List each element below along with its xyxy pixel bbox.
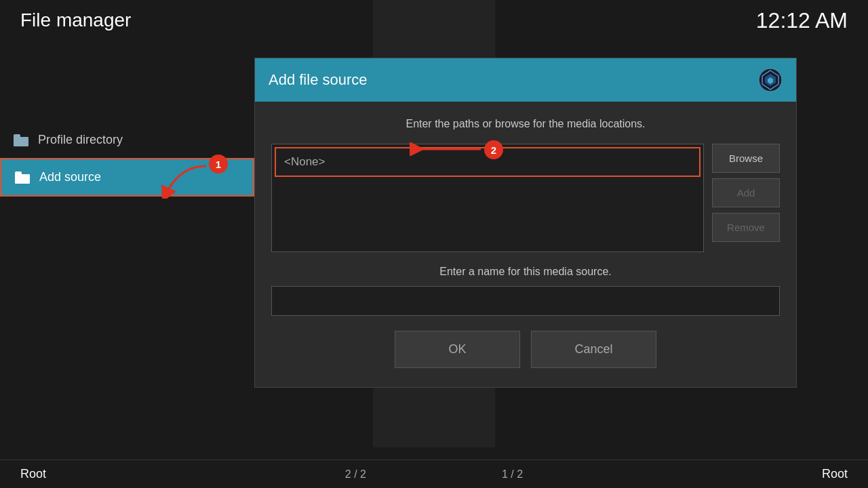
modal-instruction-paths: Enter the paths or browse for the media … [271,118,780,130]
sidebar-item-label: Add source [39,170,101,184]
folder-icon [15,171,30,184]
modal-instruction-name: Enter a name for this media source. [271,266,780,278]
footer: Root 2 / 2 1 / 2 Root [0,460,868,488]
source-name-input[interactable] [271,286,780,316]
app-title: File manager [20,9,131,31]
step-badge-2: 2 [484,140,503,159]
sidebar-item-profile-directory[interactable]: Profile directory [0,122,254,158]
ok-button[interactable]: OK [395,331,520,368]
kodi-logo [758,68,783,92]
add-button[interactable]: Add [712,178,780,207]
header: File manager 12:12 AM [0,0,868,41]
footer-right: Root [822,467,848,481]
footer-count-right: 1 / 2 [502,468,523,481]
sidebar-item-label: Profile directory [38,133,123,147]
modal-title: Add file source [269,71,368,89]
folder-icon [14,134,28,146]
footer-center: 2 / 2 1 / 2 [345,468,523,481]
step-badge-1: 1 [209,155,228,174]
footer-count-left: 2 / 2 [345,468,366,481]
cancel-button[interactable]: Cancel [531,331,656,368]
browse-button[interactable]: Browse [712,144,780,173]
add-file-source-dialog: Add file source Enter the paths or brows… [254,58,797,388]
remove-button[interactable]: Remove [712,213,780,242]
footer-left: Root [20,467,46,481]
modal-body: Enter the paths or browse for the media … [255,102,796,387]
clock: 12:12 AM [756,8,848,33]
modal-side-buttons: Browse Add Remove [712,144,780,242]
modal-path-row: Browse Add Remove [271,144,780,252]
path-list-area[interactable] [271,144,704,252]
modal-footer: OK Cancel [271,331,780,368]
modal-header: Add file source [255,58,796,102]
